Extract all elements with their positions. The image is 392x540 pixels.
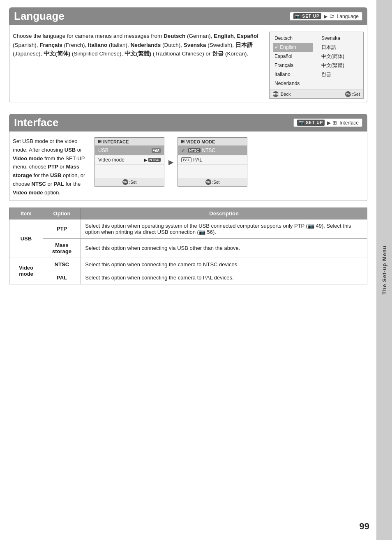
interface-description: Set USB mode or the video mode. After ch… [13, 137, 89, 197]
interface-table: Item Option Description USB PTP Select t… [9, 208, 367, 284]
screen1-header: ⊞ INTERFACE [95, 138, 164, 146]
screen2-header: ⊞ VIDEO MODE [178, 138, 247, 146]
camera-icon-2: 📷 [299, 120, 305, 125]
screens-arrow: ▶ [168, 158, 173, 166]
lang-item-korean: 한글 [320, 70, 360, 79]
table-header-description: Description [81, 208, 367, 219]
language-setup-badge: 📷 SET UP [293, 13, 321, 19]
screen1-footer: OK :Set [95, 178, 164, 186]
table-cell-ptp-desc: Select this option when operating system… [81, 219, 367, 238]
lang-item-italiano: Italiano [273, 70, 313, 79]
language-menu-mock: Deutsch ✓ English Español Français Itali… [269, 32, 364, 99]
table-row-usb-mass: Mass storage Select this option when con… [9, 238, 367, 258]
interface-icon-1: ⊞ [98, 139, 101, 144]
table-header-item: Item [9, 208, 43, 219]
screen2-body: ✓ NTSC NTSC PAL PAL [178, 146, 247, 178]
lang-item-chinese-traditional: 中文(繁體) [320, 61, 360, 70]
table-cell-mass-desc: Select this option when connecting via U… [81, 238, 367, 258]
screen1-spacer [95, 165, 164, 178]
screen2-row-pal: PAL PAL [178, 155, 247, 165]
language-title: Language [14, 10, 65, 23]
lang-item-nederlands: Nederlands [273, 79, 313, 88]
side-tab: The Set-up Menu [376, 0, 392, 540]
usb-mode-badge: ⇆M [152, 148, 161, 153]
interface-screen1: ⊞ INTERFACE USB ⇆M Video mode ▶ NTSC [95, 137, 164, 187]
lang-item-espanol: Español [273, 52, 313, 61]
pal-badge: PAL [181, 157, 191, 162]
lang-item-deutsch: Deutsch [273, 34, 313, 43]
language-section: Language 📷 SET UP ▶ 🗂 Language Choose th… [9, 7, 367, 102]
screen2-row-ntsc: ✓ NTSC NTSC [178, 146, 247, 155]
language-breadcrumb-label: Language [337, 14, 359, 19]
language-breadcrumb: 📷 SET UP ▶ 🗂 Language [290, 12, 362, 21]
lang-item-japanese: 日本語 [320, 43, 360, 52]
table-cell-ntsc-desc: Select this option when connecting the c… [81, 258, 367, 271]
screen1-row-usb: USB ⇆M [95, 146, 164, 155]
screen1-row-video: Video mode ▶ NTSC [95, 155, 164, 165]
ok-set-label: OK :Set [345, 91, 360, 97]
interface-icon-2: ⊞ [181, 139, 184, 144]
language-body: Choose the language for camera menus and… [9, 25, 367, 102]
ntsc-badge: NTSC [188, 148, 201, 152]
table-cell-mass-storage: Mass storage [43, 238, 81, 258]
table-cell-usb: USB [9, 219, 43, 258]
language-section-header: Language 📷 SET UP ▶ 🗂 Language [9, 7, 367, 25]
interface-screen2: ⊞ VIDEO MODE ✓ NTSC NTSC [178, 137, 247, 187]
menu-button-icon: MENU [273, 91, 279, 97]
table-row-video-ntsc: Video mode NTSC Select this option when … [9, 258, 367, 271]
table-cell-video-mode: Video mode [9, 258, 43, 284]
table-cell-ntsc: NTSC [43, 258, 81, 271]
interface-section-header: Interface 📷 SET UP ▶ ⊞ Interface [9, 114, 367, 132]
language-menu-footer: MENU :Back OK :Set [270, 90, 363, 98]
interface-screens: ⊞ INTERFACE USB ⇆M Video mode ▶ NTSC [95, 137, 364, 187]
screen2-spacer [178, 165, 247, 178]
interface-breadcrumb-icon: ⊞ [332, 120, 337, 126]
language-description: Choose the language for camera menus and… [13, 32, 262, 58]
table-row-video-pal: PAL Select this option when connecting t… [9, 271, 367, 284]
page-number: 99 [360, 521, 369, 532]
checkmark-ntsc: ✓ [181, 148, 185, 153]
screen1-body: USB ⇆M Video mode ▶ NTSC [95, 146, 164, 178]
interface-title: Interface [14, 116, 58, 129]
camera-icon: 📷 [295, 14, 301, 19]
interface-breadcrumb-label: Interface [339, 120, 359, 126]
table-cell-pal-desc: Select this option when connecting the c… [81, 271, 367, 284]
table-header-option: Option [43, 208, 81, 219]
table-cell-pal: PAL [43, 271, 81, 284]
screen2-footer: OK :Set [178, 178, 247, 186]
ok-icon-2: OK [205, 179, 211, 185]
lang-item-english: ✓ English [273, 43, 313, 52]
ntsc-badge-small: NTSC [148, 158, 161, 162]
lang-item-svenska: Svenska [320, 34, 360, 43]
table-cell-ptp: PTP [43, 219, 81, 238]
arrow-right-small: ▶ [144, 157, 147, 163]
lang-item-chinese-simplified: 中文(简体) [320, 52, 360, 61]
language-breadcrumb-arrow: ▶ [324, 14, 327, 19]
language-breadcrumb-icon: 🗂 [329, 13, 334, 19]
table-row-usb-ptp: USB PTP Select this option when operatin… [9, 219, 367, 238]
interface-body: Set USB mode or the video mode. After ch… [9, 132, 367, 201]
interface-breadcrumb-arrow: ▶ [327, 120, 331, 126]
language-col-right: Svenska 日本語 中文(简体) 中文(繁體) 한글 [316, 32, 363, 90]
menu-back-label: MENU :Back [273, 91, 291, 97]
interface-breadcrumb: 📷 SET UP ▶ ⊞ Interface [293, 118, 362, 127]
language-col-left: Deutsch ✓ English Español Français Itali… [270, 32, 316, 90]
language-menu-grid: Deutsch ✓ English Español Français Itali… [270, 32, 363, 90]
ok-button-icon: OK [345, 91, 351, 97]
lang-item-francais: Français [273, 61, 313, 70]
interface-setup-badge: 📷 SET UP [297, 120, 325, 126]
main-content: Language 📷 SET UP ▶ 🗂 Language Choose th… [0, 0, 376, 304]
interface-section: Interface 📷 SET UP ▶ ⊞ Interface Set USB… [9, 114, 367, 284]
ok-icon-1: OK [122, 179, 128, 185]
side-tab-label: The Set-up Menu [381, 245, 387, 295]
